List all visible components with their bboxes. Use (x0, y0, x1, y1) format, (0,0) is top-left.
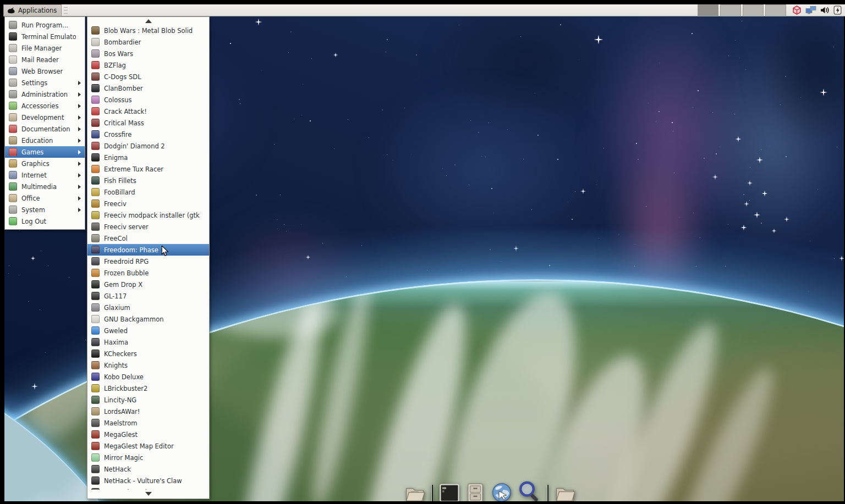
menu-item-mail-reader[interactable]: Mail Reader (5, 54, 85, 65)
game-item-dodgin-diamond-2[interactable]: Dodgin' Diamond 2 (87, 140, 209, 152)
menu-item-file-manager[interactable]: File Manager (5, 42, 85, 54)
game-item-knights[interactable]: Knights (87, 359, 209, 371)
game-item-blob-wars-metal-blob-solid[interactable]: Blob Wars : Metal Blob Solid (87, 25, 209, 36)
menu-item-terminal-emulator[interactable]: Terminal Emulator (5, 31, 85, 42)
menu-item-internet[interactable]: Internet (5, 169, 85, 181)
power-icon[interactable] (833, 5, 842, 15)
game-item-c-dogs-sdl[interactable]: C-Dogs SDL (87, 71, 209, 82)
system-icon (9, 206, 17, 214)
development-icon (9, 113, 17, 121)
menu-item-accessories[interactable]: Accessories (5, 100, 85, 112)
menu-item-label: Freedoom: Phase 1 (104, 246, 200, 254)
menu-item-icon (91, 350, 100, 358)
scroll-up-arrow[interactable] (87, 17, 209, 25)
menu-item-settings[interactable]: Settings (5, 77, 85, 88)
game-item-freedoom-phase-1[interactable]: Freedoom: Phase 1 (87, 244, 209, 256)
task-button[interactable] (743, 4, 764, 16)
game-item-gnu-backgammon[interactable]: GNU Backgammon (87, 313, 209, 325)
menu-item-icon (91, 465, 100, 473)
administration-icon (9, 90, 17, 98)
menu-item-log-out[interactable]: Log Out (5, 215, 85, 227)
game-item-freeciv[interactable]: Freeciv (87, 198, 209, 209)
task-button[interactable] (720, 4, 741, 16)
game-item-clanbomber[interactable]: ClanBomber (87, 82, 209, 94)
search-icon[interactable] (518, 480, 541, 501)
menu-item-icon (91, 257, 100, 265)
panel-handle[interactable] (64, 7, 68, 14)
menu-item-web-browser[interactable]: Web Browser (5, 65, 85, 77)
game-item-kobo-deluxe[interactable]: Kobo Deluxe (87, 371, 209, 383)
settings-icon (9, 79, 17, 87)
game-item-foobillard[interactable]: FooBillard (87, 186, 209, 198)
task-button[interactable] (698, 4, 718, 16)
game-item-megaglest-map-editor[interactable]: MegaGlest Map Editor (87, 440, 209, 452)
menu-item-label: Bombardier (104, 38, 200, 46)
home-folder-icon[interactable] (404, 483, 425, 501)
menu-item-system[interactable]: System (5, 204, 85, 215)
submenu-arrow-icon (78, 196, 81, 201)
graphics-icon (9, 159, 17, 168)
game-item-crossfire[interactable]: Crossfire (87, 129, 209, 140)
game-item-extreme-tux-racer[interactable]: Extreme Tux Racer (87, 163, 209, 175)
menu-item-office[interactable]: Office (5, 192, 85, 204)
menu-item-run-program[interactable]: Run Program... (5, 19, 85, 31)
menu-item-graphics[interactable]: Graphics (5, 158, 85, 169)
game-item-maelstrom[interactable]: Maelstrom (87, 417, 209, 429)
menu-item-education[interactable]: Education (5, 135, 85, 146)
network-monitors-icon[interactable] (805, 5, 816, 15)
file-cabinet-icon[interactable] (465, 483, 486, 501)
game-item-fish-fillets[interactable]: Fish Fillets (87, 175, 209, 186)
multimedia-icon (9, 182, 17, 191)
game-item-freeciv-server[interactable]: Freeciv server (87, 221, 209, 232)
submenu-arrow-icon (78, 208, 81, 212)
menu-item-label: Education (21, 137, 76, 145)
game-item-nethack-vulture-s-claw[interactable]: NetHack - Vulture's Claw (87, 475, 209, 486)
menu-item-label: Internet (21, 171, 76, 179)
game-item-bombardier[interactable]: Bombardier (87, 36, 209, 48)
menu-item-label: BZFlag (104, 62, 200, 69)
menu-item-label: Graphics (21, 160, 76, 168)
game-item-enigma[interactable]: Enigma (87, 152, 209, 163)
web-browser-icon[interactable] (491, 481, 513, 501)
game-item-freedroid-rpg[interactable]: Freedroid RPG (87, 256, 209, 267)
menu-item-label: Crossfire (104, 131, 200, 139)
xfce-mouse-icon (7, 7, 15, 14)
game-item-nethack[interactable]: NetHack (87, 463, 209, 475)
folder-icon[interactable] (555, 483, 575, 501)
game-item-megaglest[interactable]: MegaGlest (87, 429, 209, 440)
menu-item-development[interactable]: Development (5, 112, 85, 123)
menu-item-multimedia[interactable]: Multimedia (5, 181, 85, 192)
game-item-lordsawar[interactable]: LordsAWar! (87, 406, 209, 417)
menu-item-games[interactable]: Games (5, 146, 85, 158)
task-button[interactable] (765, 4, 786, 16)
menu-item-icon (91, 130, 100, 139)
game-item-lbrickbuster2[interactable]: LBrickbuster2 (87, 383, 209, 394)
package-updater-icon[interactable] (792, 5, 802, 15)
game-item-colossus[interactable]: Colossus (87, 94, 209, 106)
game-item-gweled[interactable]: Gweled (87, 325, 209, 336)
game-item-critical-mass[interactable]: Critical Mass (87, 117, 209, 129)
menu-item-icon (91, 373, 100, 381)
menu-item-documentation[interactable]: Documentation (5, 123, 85, 135)
scroll-down-arrow[interactable] (87, 490, 209, 497)
game-item-frozen-bubble[interactable]: Frozen Bubble (87, 267, 209, 279)
game-item-mirror-magic[interactable]: Mirror Magic (87, 452, 209, 463)
game-item-bzflag[interactable]: BZFlag (87, 59, 209, 71)
game-item-glaxium[interactable]: Glaxium (87, 302, 209, 313)
menu-item-icon (91, 234, 100, 242)
volume-icon[interactable] (820, 5, 830, 15)
game-item-freecol[interactable]: FreeCol (87, 232, 209, 244)
game-item-crack-attack[interactable]: Crack Attack! (87, 106, 209, 117)
game-item-haxima[interactable]: Haxima (87, 336, 209, 348)
run-program-icon (9, 21, 17, 29)
game-item-lincity-ng[interactable]: Lincity-NG (87, 394, 209, 406)
applications-button[interactable]: Applications (3, 4, 62, 16)
menu-item-label: Knights (104, 362, 200, 369)
terminal-icon[interactable] (439, 483, 460, 501)
game-item-bos-wars[interactable]: Bos Wars (87, 48, 209, 59)
game-item-gl-117[interactable]: GL-117 (87, 290, 209, 302)
game-item-kcheckers[interactable]: KCheckers (87, 348, 209, 359)
game-item-freeciv-modpack-installer-gtk3[interactable]: Freeciv modpack installer (gtk3) (87, 209, 209, 221)
menu-item-administration[interactable]: Administration (5, 88, 85, 100)
game-item-gem-drop-x[interactable]: Gem Drop X (87, 279, 209, 290)
